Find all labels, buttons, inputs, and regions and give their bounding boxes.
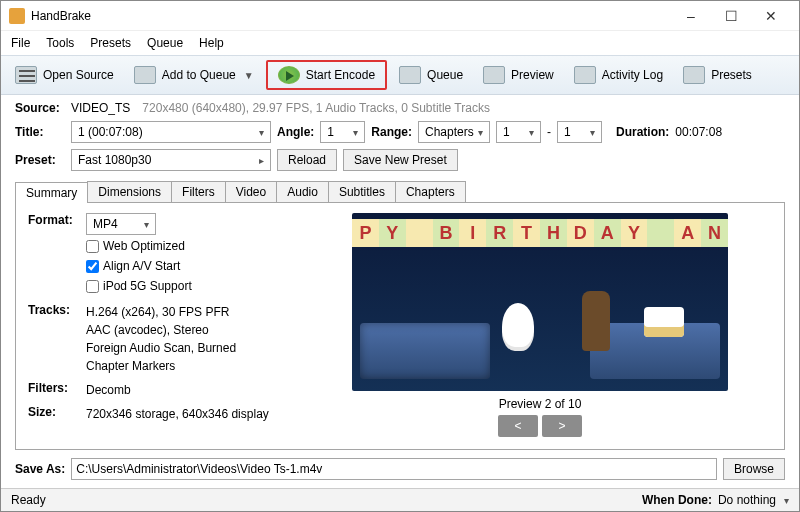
queue-label: Queue bbox=[427, 68, 463, 82]
tab-video[interactable]: Video bbox=[225, 181, 277, 202]
preview-thumbnail: PY BIRTHDAY AN bbox=[352, 213, 728, 391]
size-value: 720x346 storage, 640x346 display bbox=[86, 405, 288, 423]
source-info: 720x480 (640x480), 29.97 FPS, 1 Audio Tr… bbox=[142, 101, 490, 115]
range-mode-select[interactable]: Chapters▾ bbox=[418, 121, 490, 143]
start-encode-label: Start Encode bbox=[306, 68, 375, 82]
source-label: Source: bbox=[15, 101, 65, 115]
activity-log-label: Activity Log bbox=[602, 68, 663, 82]
menu-file[interactable]: File bbox=[9, 34, 32, 52]
play-icon bbox=[278, 66, 300, 84]
save-as-input[interactable] bbox=[71, 458, 717, 480]
content-area: Source: VIDEO_TS 720x480 (640x480), 29.9… bbox=[1, 95, 799, 450]
activity-log-button[interactable]: Activity Log bbox=[566, 62, 671, 88]
format-select[interactable]: MP4▾ bbox=[86, 213, 156, 235]
tab-dimensions[interactable]: Dimensions bbox=[87, 181, 172, 202]
when-done-label: When Done: bbox=[642, 493, 712, 507]
start-encode-button[interactable]: Start Encode bbox=[266, 60, 387, 90]
presets-icon bbox=[683, 66, 705, 84]
range-sep: - bbox=[547, 125, 551, 139]
filters-label: Filters: bbox=[28, 381, 86, 399]
app-window: HandBrake – ☐ ✕ File Tools Presets Queue… bbox=[0, 0, 800, 512]
browse-button[interactable]: Browse bbox=[723, 458, 785, 480]
menu-help[interactable]: Help bbox=[197, 34, 226, 52]
tabs: Summary Dimensions Filters Video Audio S… bbox=[15, 181, 785, 203]
titlebar: HandBrake – ☐ ✕ bbox=[1, 1, 799, 31]
presets-label: Presets bbox=[711, 68, 752, 82]
preview-label: Preview bbox=[511, 68, 554, 82]
align-av-checkbox[interactable] bbox=[86, 260, 99, 273]
format-label: Format: bbox=[28, 213, 86, 297]
chevron-down-icon: ▼ bbox=[244, 70, 254, 81]
web-optimized-checkbox[interactable] bbox=[86, 240, 99, 253]
status-ready: Ready bbox=[11, 493, 46, 507]
queue-button[interactable]: Queue bbox=[391, 62, 471, 88]
app-icon bbox=[9, 8, 25, 24]
preview-button[interactable]: Preview bbox=[475, 62, 562, 88]
app-title: HandBrake bbox=[31, 9, 671, 23]
presets-button[interactable]: Presets bbox=[675, 62, 760, 88]
tab-chapters[interactable]: Chapters bbox=[395, 181, 466, 202]
add-to-queue-button[interactable]: Add to Queue ▼ bbox=[126, 62, 262, 88]
range-to-select[interactable]: 1▾ bbox=[557, 121, 602, 143]
duration-label: Duration: bbox=[616, 125, 669, 139]
menu-tools[interactable]: Tools bbox=[44, 34, 76, 52]
open-source-button[interactable]: Open Source bbox=[7, 62, 122, 88]
preview-next-button[interactable]: > bbox=[542, 415, 582, 437]
tracks-label: Tracks: bbox=[28, 303, 86, 375]
maximize-button[interactable]: ☐ bbox=[711, 8, 751, 24]
range-label: Range: bbox=[371, 125, 412, 139]
log-icon bbox=[574, 66, 596, 84]
open-source-label: Open Source bbox=[43, 68, 114, 82]
tab-filters[interactable]: Filters bbox=[171, 181, 226, 202]
duration-value: 00:07:08 bbox=[675, 125, 722, 139]
ipod-checkbox[interactable] bbox=[86, 280, 99, 293]
chevron-down-icon: ▾ bbox=[784, 495, 789, 506]
birthday-banner: PY BIRTHDAY AN bbox=[352, 219, 728, 247]
film-icon bbox=[15, 66, 37, 84]
menu-presets[interactable]: Presets bbox=[88, 34, 133, 52]
preview-nav: < > bbox=[498, 415, 582, 437]
preset-label: Preset: bbox=[15, 153, 65, 167]
when-done-value[interactable]: Do nothing bbox=[718, 493, 776, 507]
save-preset-button[interactable]: Save New Preset bbox=[343, 149, 458, 171]
preview-prev-button[interactable]: < bbox=[498, 415, 538, 437]
menu-queue[interactable]: Queue bbox=[145, 34, 185, 52]
queue-add-icon bbox=[134, 66, 156, 84]
summary-left: Format: MP4▾ Web Optimized Align A/V Sta… bbox=[28, 213, 288, 439]
reload-button[interactable]: Reload bbox=[277, 149, 337, 171]
status-bar: Ready When Done: Do nothing ▾ bbox=[1, 488, 799, 511]
tab-subtitles[interactable]: Subtitles bbox=[328, 181, 396, 202]
title-label: Title: bbox=[15, 125, 65, 139]
angle-select[interactable]: 1▾ bbox=[320, 121, 365, 143]
summary-right: PY BIRTHDAY AN Preview 2 of 10 < > bbox=[308, 213, 772, 439]
source-row: Source: VIDEO_TS 720x480 (640x480), 29.9… bbox=[15, 101, 785, 115]
title-select[interactable]: 1 (00:07:08)▾ bbox=[71, 121, 271, 143]
tab-audio[interactable]: Audio bbox=[276, 181, 329, 202]
title-value: 1 (00:07:08) bbox=[78, 125, 143, 139]
preview-icon bbox=[483, 66, 505, 84]
filters-value: Decomb bbox=[86, 381, 288, 399]
title-row: Title: 1 (00:07:08)▾ Angle: 1▾ Range: Ch… bbox=[15, 121, 785, 143]
toolbar: Open Source Add to Queue ▼ Start Encode … bbox=[1, 55, 799, 95]
minimize-button[interactable]: – bbox=[671, 8, 711, 24]
preset-select[interactable]: Fast 1080p30▸ bbox=[71, 149, 271, 171]
range-from-select[interactable]: 1▾ bbox=[496, 121, 541, 143]
angle-label: Angle: bbox=[277, 125, 314, 139]
tracks-values: H.264 (x264), 30 FPS PFR AAC (avcodec), … bbox=[86, 303, 288, 375]
add-to-queue-label: Add to Queue bbox=[162, 68, 236, 82]
menu-bar: File Tools Presets Queue Help bbox=[1, 31, 799, 55]
save-as-label: Save As: bbox=[15, 462, 65, 476]
preset-row: Preset: Fast 1080p30▸ Reload Save New Pr… bbox=[15, 149, 785, 171]
save-as-row: Save As: Browse bbox=[1, 450, 799, 488]
close-button[interactable]: ✕ bbox=[751, 8, 791, 24]
tab-summary[interactable]: Summary bbox=[15, 182, 88, 203]
queue-icon bbox=[399, 66, 421, 84]
tab-body: Format: MP4▾ Web Optimized Align A/V Sta… bbox=[15, 203, 785, 450]
size-label: Size: bbox=[28, 405, 86, 423]
preview-caption: Preview 2 of 10 bbox=[499, 397, 582, 411]
source-name: VIDEO_TS bbox=[71, 101, 130, 115]
